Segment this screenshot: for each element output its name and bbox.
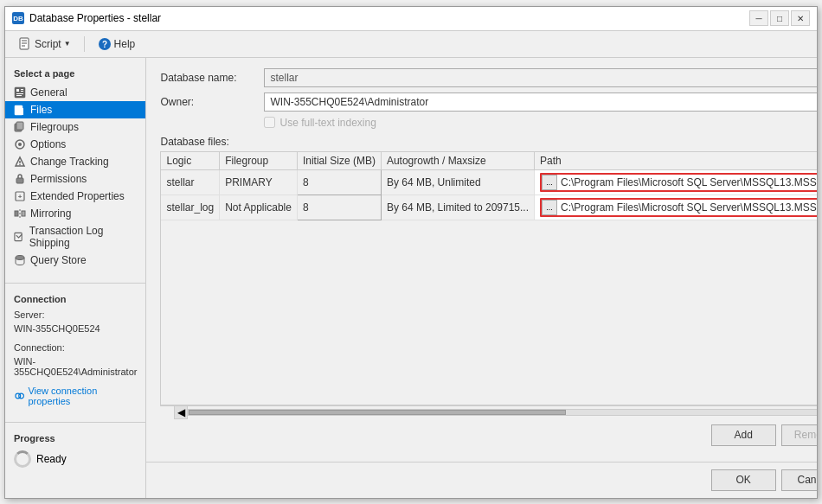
row2-path-wrapper: ... C:\Program Files\Microsoft SQL Serve… <box>540 198 817 217</box>
row1-logic: stellar <box>161 169 219 195</box>
help-icon: ? <box>98 37 112 51</box>
owner-label: Owner: <box>160 96 264 108</box>
connection-link-icon <box>14 390 25 402</box>
sidebar-item-permissions[interactable]: Permissions <box>5 170 145 188</box>
sidebar-label-permissions: Permissions <box>30 173 87 185</box>
query-store-icon <box>14 254 26 266</box>
remove-button[interactable]: Remove <box>781 424 817 446</box>
sidebar-item-filegroups[interactable]: Filegroups <box>5 118 145 136</box>
svg-rect-6 <box>15 87 25 98</box>
ok-button[interactable]: OK <box>711 469 776 491</box>
help-label: Help <box>114 38 136 50</box>
svg-point-19 <box>19 163 21 165</box>
scroll-left-btn[interactable]: ◀ <box>174 405 188 419</box>
sidebar-label-options: Options <box>30 138 66 150</box>
server-label: Server: <box>5 308 145 322</box>
connection-label: Connection: <box>5 341 145 354</box>
progress-section-title: Progress <box>5 430 145 447</box>
server-value: WIN-355CHQ0E524 <box>5 322 145 335</box>
owner-input[interactable] <box>264 93 817 112</box>
filegroups-icon <box>14 121 26 133</box>
sidebar-label-change-tracking: Change Tracking <box>30 156 109 168</box>
sidebar-connection: Connection Server: WIN-355CHQ0E524 Conne… <box>5 283 145 408</box>
svg-rect-10 <box>16 93 23 94</box>
bottom-bar: OK Cancel <box>146 462 817 498</box>
table-row: stellar_log Not Applicable 8 By 64 MB, L… <box>161 195 817 220</box>
sidebar-label-transaction-log: Transaction Log Shipping <box>29 225 138 249</box>
svg-rect-20 <box>16 178 23 183</box>
svg-rect-24 <box>15 211 18 216</box>
change-tracking-icon <box>14 156 26 168</box>
sidebar-item-extended-properties[interactable]: + Extended Properties <box>5 188 145 205</box>
database-name-input[interactable] <box>264 68 817 87</box>
col-autogrowth: Autogrowth / Maxsize <box>381 152 534 170</box>
scrollbar-thumb[interactable] <box>189 410 566 415</box>
fulltext-checkbox <box>264 117 275 128</box>
files-table-wrapper: Logic Filegroup Initial Size (MB) Autogr… <box>160 151 817 405</box>
fulltext-label: Use full-text indexing <box>279 117 376 129</box>
general-icon <box>14 86 26 99</box>
help-button[interactable]: ? Help <box>92 35 142 54</box>
cancel-button[interactable]: Cancel <box>781 469 817 491</box>
options-icon <box>14 138 26 150</box>
progress-status: Ready <box>36 453 67 465</box>
scrollbar-track[interactable] <box>188 409 817 416</box>
files-table-label: Database files: <box>160 136 817 148</box>
files-table: Logic Filegroup Initial Size (MB) Autogr… <box>161 152 817 220</box>
toolbar-divider <box>84 36 85 52</box>
sidebar-item-mirroring[interactable]: Mirroring <box>5 205 145 222</box>
sidebar-item-transaction-log[interactable]: Transaction Log Shipping <box>5 222 145 252</box>
row2-initial-size[interactable]: 8 <box>297 195 381 220</box>
sidebar-label-extended-properties: Extended Properties <box>30 190 125 202</box>
sidebar-progress: Progress Ready <box>5 422 145 471</box>
main-panel: Database name: Owner: ... Use full-text … <box>146 58 817 462</box>
sidebar-label-files: Files <box>30 104 52 116</box>
mirroring-icon <box>14 207 26 220</box>
content-area: Select a page General Files <box>5 58 817 498</box>
sidebar-label-general: General <box>30 86 67 99</box>
sidebar-label-filegroups: Filegroups <box>30 121 79 133</box>
horizontal-scrollbar[interactable]: ◀ ▶ <box>160 405 817 419</box>
row2-path-browse-btn[interactable]: ... <box>542 200 557 215</box>
sidebar-section-title: Select a page <box>5 65 145 84</box>
svg-rect-7 <box>16 89 19 92</box>
extended-properties-icon: + <box>14 190 26 202</box>
sidebar-item-general[interactable]: General <box>5 84 145 101</box>
script-button[interactable]: Script ▼ <box>12 35 77 54</box>
script-label: Script <box>35 38 61 50</box>
table-header-row: Logic Filegroup Initial Size (MB) Autogr… <box>161 152 817 170</box>
row2-logic: stellar_log <box>161 195 219 220</box>
sidebar-item-query-store[interactable]: Query Store <box>5 252 145 269</box>
title-bar-left: DB Database Properties - stellar <box>12 12 161 24</box>
sidebar: Select a page General Files <box>5 58 146 498</box>
add-remove-row: Add Remove <box>160 419 817 451</box>
row1-path-browse-btn[interactable]: ... <box>542 175 557 190</box>
svg-rect-15 <box>16 122 23 130</box>
add-button[interactable]: Add <box>711 424 776 446</box>
sidebar-item-change-tracking[interactable]: Change Tracking <box>5 153 145 170</box>
window-icon: DB <box>12 12 24 24</box>
row2-filegroup: Not Applicable <box>220 195 298 220</box>
svg-rect-25 <box>22 211 25 216</box>
svg-point-27 <box>16 255 24 259</box>
row1-autogrowth: By 64 MB, Unlimited <box>381 169 534 195</box>
row1-path-wrapper: ... C:\Program Files\Microsoft SQL Serve… <box>540 173 817 192</box>
view-connection-label: View connection properties <box>28 386 137 406</box>
main-window: DB Database Properties - stellar ─ □ ✕ S… <box>4 6 818 499</box>
svg-point-29 <box>19 393 24 399</box>
toolbar: Script ▼ ? Help <box>5 31 817 58</box>
connection-section-title: Connection <box>5 290 145 308</box>
svg-text:?: ? <box>102 40 107 49</box>
view-connection-properties-link[interactable]: View connection properties <box>5 384 145 408</box>
maximize-button[interactable]: □ <box>770 10 789 26</box>
minimize-button[interactable]: ─ <box>749 10 768 26</box>
sidebar-item-options[interactable]: Options <box>5 136 145 153</box>
sidebar-item-files[interactable]: Files <box>5 101 145 118</box>
col-logic: Logic <box>161 152 219 170</box>
svg-point-17 <box>18 143 22 146</box>
row1-path: ... C:\Program Files\Microsoft SQL Serve… <box>535 169 817 195</box>
close-button[interactable]: ✕ <box>791 10 810 26</box>
script-dropdown-icon: ▼ <box>64 40 71 48</box>
col-path: Path <box>535 152 817 170</box>
row1-initial-size[interactable]: 8 <box>297 169 381 195</box>
